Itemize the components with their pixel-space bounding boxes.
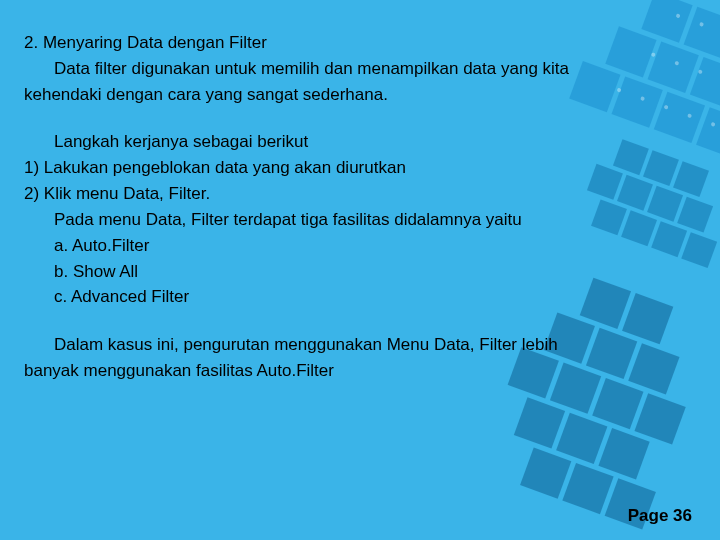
option-b: b. Show All xyxy=(24,259,696,285)
svg-rect-27 xyxy=(592,378,643,429)
svg-rect-33 xyxy=(562,463,613,514)
option-a: a. Auto.Filter xyxy=(24,233,696,259)
svg-rect-31 xyxy=(598,428,649,479)
heading: 2. Menyaring Data dengan Filter xyxy=(24,30,696,56)
step-2: 2) Klik menu Data, Filter. xyxy=(24,181,696,207)
step-2-note: Pada menu Data, Filter terdapat tiga fas… xyxy=(24,207,696,233)
svg-point-40 xyxy=(698,69,703,74)
slide-content: 2. Menyaring Data dengan Filter Data fil… xyxy=(24,30,696,384)
intro-line-1: Data filter digunakan untuk memilih dan … xyxy=(24,56,696,82)
closing-line-2: banyak menggunakan fasilitas Auto.Filter xyxy=(24,358,696,384)
step-1: 1) Lakukan pengeblokan data yang akan di… xyxy=(24,155,696,181)
svg-point-36 xyxy=(699,22,704,27)
closing-line-1: Dalam kasus ini, pengurutan menggunakan … xyxy=(24,332,696,358)
option-c: c. Advanced Filter xyxy=(24,284,696,310)
svg-rect-8 xyxy=(696,107,720,158)
svg-point-46 xyxy=(711,122,716,127)
svg-point-35 xyxy=(676,13,681,18)
svg-rect-28 xyxy=(634,393,685,444)
intro-line-2: kehendaki dengan cara yang sangat sederh… xyxy=(24,82,696,108)
svg-rect-30 xyxy=(556,413,607,464)
steps-intro: Langkah kerjanya sebagai berikut xyxy=(24,129,696,155)
svg-rect-29 xyxy=(514,397,565,448)
svg-rect-32 xyxy=(520,447,571,498)
page-number: Page 36 xyxy=(628,506,692,526)
